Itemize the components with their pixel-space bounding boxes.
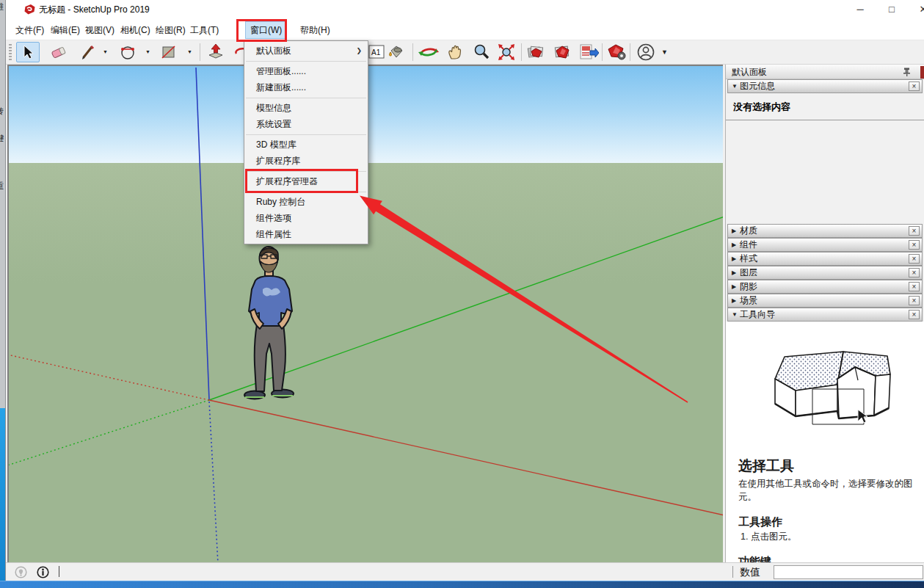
line-tool-button[interactable] <box>76 42 100 62</box>
svg-text:A1: A1 <box>371 48 381 57</box>
menu-edit[interactable]: 编辑(E) <box>46 22 84 38</box>
tray-section-materials[interactable]: ▶材质× <box>727 224 923 238</box>
toolbar-separator <box>630 43 630 61</box>
maximize-button[interactable]: □ <box>881 0 903 20</box>
line-tool-caret-icon[interactable]: ▼ <box>103 49 108 54</box>
expand-arrow-icon[interactable]: ▼ <box>728 80 740 92</box>
pan-tool-button[interactable] <box>443 42 467 62</box>
tray-section-shadows[interactable]: ▶阴影× <box>727 280 923 294</box>
annotation-box-window-menu <box>236 19 287 42</box>
sketchup-window: 维 转 键 重 无标题 - SketchUp Pro 2019 ─ □ ✕ 文件… <box>0 0 924 588</box>
orbit-tool-button[interactable] <box>417 42 440 62</box>
close-button[interactable]: ✕ <box>912 0 924 20</box>
entity-info-content: 没有选择内容 <box>726 94 924 224</box>
push-pull-tool-button[interactable] <box>204 42 228 62</box>
3d-warehouse-button[interactable] <box>524 42 548 62</box>
arc-tool-icon <box>119 43 137 61</box>
close-section-icon[interactable]: × <box>909 240 920 250</box>
zoom-extents-tool-button[interactable] <box>495 42 518 62</box>
tray-section-styles[interactable]: ▶样式× <box>727 252 923 266</box>
background-text-fragment: 键 <box>0 133 4 144</box>
expand-arrow-icon[interactable]: ▶ <box>728 239 740 251</box>
tray-section-scenes[interactable]: ▶场景× <box>727 294 923 308</box>
extension-warehouse-button[interactable] <box>550 42 574 62</box>
toolbar: ▼ ▼ ▼ A1 <box>6 40 924 65</box>
rectangle-tool-button[interactable] <box>157 42 181 62</box>
expand-arrow-icon[interactable]: ▼ <box>728 308 740 321</box>
tray-section-entity-info[interactable]: ▼图元信息 × <box>727 79 923 93</box>
menu-item-extension-warehouse[interactable]: 扩展程序库 <box>244 153 368 169</box>
menu-item-manage-trays[interactable]: 管理面板...... <box>244 63 368 79</box>
menu-item-ruby-console[interactable]: Ruby 控制台 <box>244 194 368 210</box>
expand-arrow-icon[interactable]: ▶ <box>728 280 740 293</box>
instructor-content: 选择工具 在使用其他工具或命令时，选择要修改的图元。 工具操作 1. 点击图元。… <box>726 322 924 562</box>
menu-view[interactable]: 视图(V) <box>81 22 119 38</box>
menu-item-new-tray[interactable]: 新建面板...... <box>244 79 368 95</box>
close-section-icon[interactable]: × <box>909 268 920 277</box>
measurement-input[interactable] <box>774 565 923 579</box>
export-button[interactable] <box>577 42 600 62</box>
expand-arrow-icon[interactable]: ▶ <box>728 266 740 279</box>
menu-separator <box>246 61 366 62</box>
close-section-icon[interactable]: × <box>909 81 920 91</box>
credits-info-icon[interactable] <box>37 566 49 578</box>
menu-item-default-tray[interactable]: 默认面板❯ <box>244 43 368 59</box>
expand-arrow-icon[interactable]: ▶ <box>728 253 740 265</box>
select-tool-button[interactable] <box>16 42 40 62</box>
extension-manager-button[interactable] <box>605 42 628 62</box>
minimize-button[interactable]: ─ <box>849 0 871 20</box>
menu-draw[interactable]: 绘图(R) <box>151 22 190 38</box>
instructor-operation-title: 工具操作 <box>738 515 914 529</box>
windows-taskbar-strip <box>0 581 924 588</box>
entity-info-message: 没有选择内容 <box>726 94 924 114</box>
pin-icon[interactable] <box>903 68 911 76</box>
menu-item-model-info[interactable]: 模型信息 <box>244 100 368 116</box>
arc-tool-button[interactable] <box>116 42 139 62</box>
close-section-icon[interactable]: × <box>909 310 920 319</box>
tray-section-layers[interactable]: ▶图层× <box>727 266 923 280</box>
tray-section-instructor[interactable]: ▼工具向导× <box>727 308 923 322</box>
menu-help[interactable]: 帮助(H) <box>296 22 335 38</box>
arc-tool-caret-icon[interactable]: ▼ <box>145 49 150 54</box>
paint-bucket-tool-button[interactable] <box>385 42 408 62</box>
default-tray-panel: 默认面板 ▼图元信息 × 没有选择内容 ▶材质× ▶组件× ▶样式× ▶图层× … <box>725 65 924 562</box>
eraser-icon <box>50 44 68 60</box>
close-section-icon[interactable]: × <box>909 226 920 236</box>
background-text-fragment: 转 <box>0 106 4 117</box>
menu-camera[interactable]: 相机(C) <box>116 22 155 38</box>
status-text-cursor <box>59 566 59 577</box>
menu-tools[interactable]: 工具(T) <box>186 22 223 38</box>
push-pull-icon <box>207 43 225 61</box>
toolbar-drag-handle[interactable] <box>9 44 12 60</box>
submenu-arrow-icon: ❯ <box>356 43 362 59</box>
zoom-tool-button[interactable] <box>470 42 493 62</box>
account-caret-icon[interactable]: ▼ <box>661 48 668 56</box>
close-section-icon[interactable]: × <box>909 296 920 305</box>
sketchup-logo-icon <box>23 4 36 16</box>
instructor-title: 选择工具 <box>738 457 914 476</box>
divider <box>726 120 924 120</box>
tray-title: 默认面板 <box>726 65 924 79</box>
menu-item-preferences[interactable]: 系统设置 <box>244 116 368 132</box>
close-section-icon[interactable]: × <box>909 282 920 291</box>
menu-item-component-options[interactable]: 组件选项 <box>244 210 368 226</box>
close-section-icon[interactable]: × <box>909 254 920 264</box>
menu-item-3d-warehouse[interactable]: 3D 模型库 <box>244 137 368 153</box>
menu-file[interactable]: 文件(F) <box>11 22 48 38</box>
geolocation-icon[interactable] <box>15 566 27 578</box>
eraser-tool-button[interactable] <box>47 42 70 62</box>
account-person-icon <box>636 43 655 62</box>
expand-arrow-icon[interactable]: ▶ <box>728 225 740 237</box>
zoom-extents-icon <box>497 43 516 61</box>
select-cursor-icon <box>21 45 35 59</box>
account-button[interactable] <box>634 42 658 62</box>
toolbar-separator <box>602 43 603 61</box>
menu-bar: 文件(F) 编辑(E) 视图(V) 相机(C) 绘图(R) 工具(T) 窗口(W… <box>6 20 924 40</box>
scale-figure-person[interactable] <box>235 244 304 402</box>
tray-section-components[interactable]: ▶组件× <box>727 238 923 252</box>
extension-warehouse-icon <box>553 43 572 61</box>
rectangle-tool-caret-icon[interactable]: ▼ <box>187 49 192 54</box>
expand-arrow-icon[interactable]: ▶ <box>728 294 740 307</box>
menu-item-component-attributes[interactable]: 组件属性 <box>244 226 368 242</box>
menu-separator <box>246 134 366 135</box>
